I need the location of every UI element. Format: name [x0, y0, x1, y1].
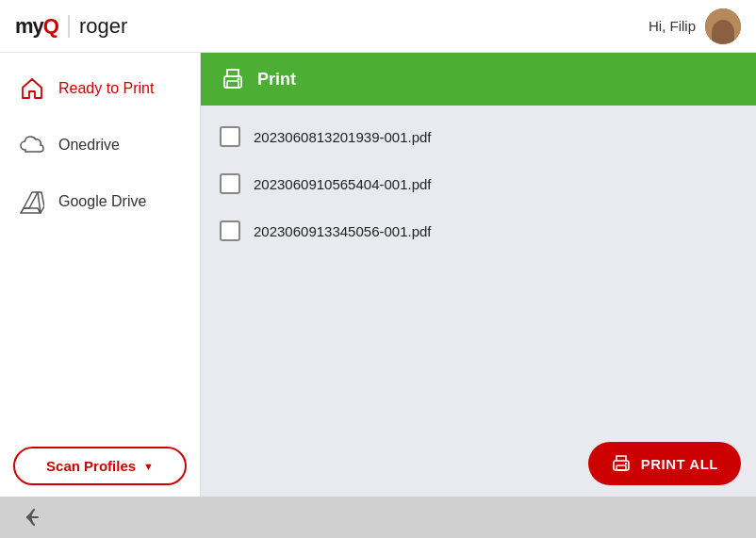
- svg-rect-5: [227, 81, 238, 88]
- file-checkbox-2[interactable]: [220, 220, 240, 241]
- sidebar-bottom: Scan Profiles ▼: [0, 435, 200, 497]
- file-name-2: 2023060913345056-001.pdf: [254, 223, 432, 239]
- printer-icon: [220, 66, 246, 92]
- print-all-area: PRINT ALL: [201, 431, 756, 497]
- file-checkbox-1[interactable]: [220, 173, 240, 194]
- sidebar-item-label: Ready to Print: [58, 80, 154, 97]
- google-drive-icon: [19, 188, 45, 215]
- cloud-icon: [19, 132, 45, 158]
- sidebar-nav: Ready to Print Onedrive: [0, 53, 200, 230]
- home-icon: [19, 75, 45, 102]
- sidebar-item-label: Onedrive: [58, 137, 120, 154]
- user-area: Hi, Filip: [649, 8, 741, 44]
- avatar-silhouette: [712, 20, 734, 44]
- svg-point-6: [238, 78, 240, 81]
- content-area: Print 2023060813201939-001.pdf 202306091…: [201, 53, 756, 497]
- logo: myQ roger: [15, 13, 127, 40]
- sidebar-item-label: Google Drive: [58, 193, 146, 210]
- sidebar-item-google-drive[interactable]: Google Drive: [0, 173, 200, 230]
- header: myQ roger Hi, Filip: [0, 0, 756, 53]
- file-item-2[interactable]: 2023060913345056-001.pdf: [201, 207, 756, 254]
- svg-point-9: [625, 463, 627, 465]
- sidebar-item-ready-to-print[interactable]: Ready to Print: [0, 60, 200, 117]
- file-list: 2023060813201939-001.pdf 202306091056540…: [201, 106, 756, 431]
- main-container: Ready to Print Onedrive: [0, 53, 756, 497]
- avatar[interactable]: [705, 8, 741, 44]
- logo-q: Q: [43, 14, 58, 38]
- scan-profiles-button[interactable]: Scan Profiles ▼: [13, 447, 187, 485]
- file-checkbox-0[interactable]: [220, 126, 240, 147]
- scan-profiles-label: Scan Profiles: [46, 458, 136, 474]
- svg-marker-1: [24, 192, 38, 208]
- greeting-text: Hi, Filip: [649, 18, 696, 34]
- print-tab-header[interactable]: Print: [201, 53, 756, 106]
- print-tab-label: Print: [257, 70, 296, 90]
- logo-roger: roger: [79, 14, 127, 39]
- print-all-button[interactable]: PRINT ALL: [588, 442, 741, 485]
- back-button[interactable]: [15, 501, 47, 533]
- sidebar: Ready to Print Onedrive: [0, 53, 201, 497]
- avatar-image: [705, 8, 741, 44]
- print-all-btn-icon: [611, 453, 632, 474]
- file-item-1[interactable]: 2023060910565404-001.pdf: [201, 160, 756, 207]
- footer-bar: [0, 497, 756, 538]
- file-item-0[interactable]: 2023060813201939-001.pdf: [201, 113, 756, 160]
- logo-myq: myQ: [15, 14, 58, 39]
- logo-divider-icon: [62, 13, 75, 40]
- svg-marker-2: [21, 208, 41, 213]
- file-name-1: 2023060910565404-001.pdf: [254, 176, 432, 192]
- file-name-0: 2023060813201939-001.pdf: [254, 129, 432, 145]
- print-all-label: PRINT ALL: [641, 456, 718, 472]
- dropdown-arrow-icon: ▼: [143, 461, 154, 472]
- sidebar-item-onedrive[interactable]: Onedrive: [0, 117, 200, 173]
